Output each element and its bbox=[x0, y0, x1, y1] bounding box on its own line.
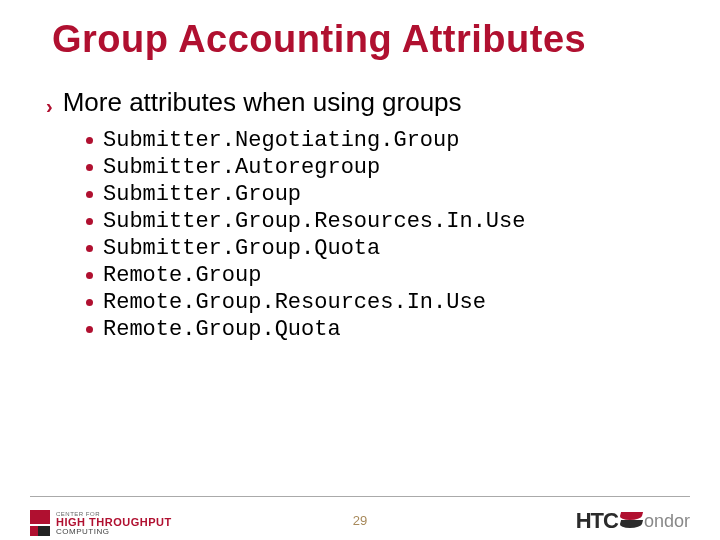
logo-line-3: COMPUTING bbox=[56, 528, 172, 536]
bullet-icon bbox=[86, 272, 93, 279]
bullet-icon bbox=[86, 326, 93, 333]
attribute-text: Submitter.Group.Quota bbox=[103, 236, 380, 261]
logo-htcondor: HTC ondor bbox=[576, 508, 690, 534]
attribute-text: Remote.Group.Quota bbox=[103, 317, 341, 342]
logo-chtc-mark-icon bbox=[30, 510, 50, 536]
footer-divider bbox=[30, 496, 690, 497]
footer: 29 CENTER FOR HIGH THROUGHPUT COMPUTING … bbox=[0, 496, 720, 540]
attributes-list: Submitter.Negotiating.Group Submitter.Au… bbox=[46, 118, 720, 342]
logo-htc-text: HTC bbox=[576, 508, 618, 534]
attribute-text: Submitter.Group bbox=[103, 182, 301, 207]
attribute-text: Submitter.Autoregroup bbox=[103, 155, 380, 180]
logo-ondor-text: ondor bbox=[644, 511, 690, 532]
slide-title: Group Accounting Attributes bbox=[0, 0, 720, 61]
logo-chtc-text: CENTER FOR HIGH THROUGHPUT COMPUTING bbox=[56, 511, 172, 536]
bullet-icon bbox=[86, 299, 93, 306]
page-number: 29 bbox=[353, 513, 367, 528]
bullet-level-1: › More attributes when using groups bbox=[46, 87, 720, 118]
list-item: Submitter.Negotiating.Group bbox=[86, 128, 720, 153]
attribute-text: Submitter.Group.Resources.In.Use bbox=[103, 209, 525, 234]
intro-text: More attributes when using groups bbox=[63, 87, 462, 118]
logo-chtc: CENTER FOR HIGH THROUGHPUT COMPUTING bbox=[30, 510, 172, 536]
list-item: Submitter.Autoregroup bbox=[86, 155, 720, 180]
list-item: Submitter.Group bbox=[86, 182, 720, 207]
attribute-text: Remote.Group bbox=[103, 263, 261, 288]
attribute-text: Remote.Group.Resources.In.Use bbox=[103, 290, 486, 315]
bullet-icon bbox=[86, 191, 93, 198]
list-item: Remote.Group.Resources.In.Use bbox=[86, 290, 720, 315]
bullet-icon bbox=[86, 245, 93, 252]
list-item: Remote.Group.Quota bbox=[86, 317, 720, 342]
attribute-text: Submitter.Negotiating.Group bbox=[103, 128, 459, 153]
slide: Group Accounting Attributes › More attri… bbox=[0, 0, 720, 540]
bullet-icon bbox=[86, 218, 93, 225]
list-item: Remote.Group bbox=[86, 263, 720, 288]
logo-line-2: HIGH THROUGHPUT bbox=[56, 517, 172, 528]
condor-wing-icon bbox=[620, 510, 642, 532]
chevron-icon: › bbox=[46, 96, 53, 116]
list-item: Submitter.Group.Resources.In.Use bbox=[86, 209, 720, 234]
slide-body: › More attributes when using groups Subm… bbox=[0, 61, 720, 342]
list-item: Submitter.Group.Quota bbox=[86, 236, 720, 261]
bullet-icon bbox=[86, 137, 93, 144]
bullet-icon bbox=[86, 164, 93, 171]
